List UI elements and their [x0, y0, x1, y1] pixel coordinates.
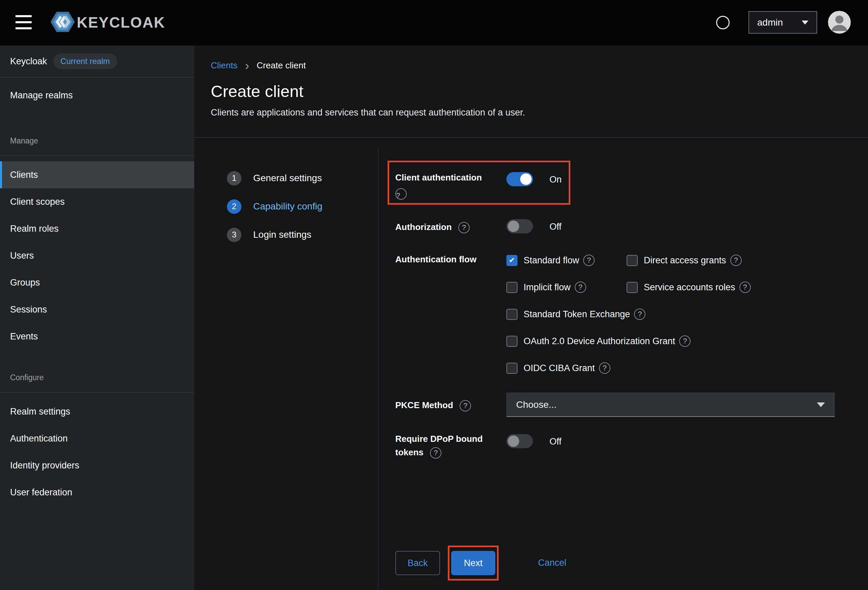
checkbox-oidc-ciba-grant[interactable]: OIDC CIBA Grant — [506, 362, 627, 374]
help-icon[interactable] — [740, 281, 751, 293]
breadcrumb: Clients › Create client — [211, 60, 306, 71]
wizard-step-label: Capability config — [253, 201, 322, 212]
wizard-step-login-settings[interactable]: 3Login settings — [227, 220, 322, 249]
help-icon[interactable] — [395, 188, 407, 200]
wizard-step-label: General settings — [253, 173, 322, 183]
sidebar-item-label: Identity providers — [10, 460, 80, 471]
chevron-down-icon — [817, 402, 825, 407]
next-button[interactable]: Next — [451, 551, 495, 575]
help-icon[interactable] — [458, 222, 470, 234]
checkbox-implicit-flow[interactable]: Implicit flow — [506, 281, 627, 293]
sidebar-item-user-federation[interactable]: User federation — [0, 479, 194, 506]
help-icon[interactable] — [599, 362, 610, 374]
realm-selector[interactable]: Keycloak Current realm — [0, 46, 194, 77]
wizard-step-label: Login settings — [253, 229, 311, 240]
help-icon[interactable] — [583, 254, 595, 266]
masthead: KEYCLOAK admin — [0, 0, 868, 46]
flow-row: Standard flowDirect access grants — [506, 247, 761, 274]
unchecked-checkbox-icon[interactable] — [627, 255, 638, 266]
nav-divider — [0, 392, 194, 393]
user-menu-dropdown[interactable]: admin — [748, 11, 817, 34]
sidebar-item-authentication[interactable]: Authentication — [0, 425, 194, 452]
sidebar-item-label: Clients — [10, 170, 38, 180]
page-title: Create client — [211, 82, 303, 101]
cancel-button[interactable]: Cancel — [538, 555, 566, 570]
sidebar-item-realm-settings[interactable]: Realm settings — [0, 398, 194, 425]
wizard-step-general-settings[interactable]: 1General settings — [227, 164, 322, 192]
dpop-toggle[interactable] — [506, 434, 533, 448]
unchecked-checkbox-icon[interactable] — [627, 282, 638, 293]
sidebar-item-label: Realm settings — [10, 407, 70, 417]
sidebar-item-users[interactable]: Users — [0, 242, 194, 269]
sidebar-nav: ManageClientsClient scopesRealm rolesUse… — [0, 134, 194, 506]
sidebar-item-label: Sessions — [10, 305, 47, 315]
sidebar-item-label: User federation — [10, 487, 72, 498]
toggle-knob — [520, 173, 531, 185]
authorization-toggle[interactable] — [506, 219, 533, 234]
breadcrumb-clients-link[interactable]: Clients — [211, 60, 238, 71]
help-icon[interactable] — [460, 400, 471, 411]
sidebar-item-label: Client scopes — [10, 197, 65, 207]
back-button[interactable]: Back — [395, 551, 440, 575]
sidebar-item-identity-providers[interactable]: Identity providers — [0, 452, 194, 479]
hamburger-menu-icon[interactable] — [15, 15, 32, 30]
checkbox-label: Standard Token Exchange — [524, 309, 630, 319]
wizard-step-capability-config[interactable]: 2Capability config — [227, 192, 322, 220]
sidebar-item-groups[interactable]: Groups — [0, 269, 194, 296]
wizard-step-number: 2 — [227, 200, 241, 214]
sidebar-item-client-scopes[interactable]: Client scopes — [0, 188, 194, 215]
checked-checkbox-icon[interactable] — [506, 255, 518, 266]
unchecked-checkbox-icon[interactable] — [506, 336, 518, 347]
client-authentication-toggle[interactable] — [506, 172, 533, 186]
authentication-flow-options: Standard flowDirect access grantsImplici… — [506, 247, 761, 382]
nav-divider — [0, 155, 194, 156]
checkbox-service-accounts-roles[interactable]: Service accounts roles — [627, 281, 761, 293]
nav-section-heading: Configure — [0, 371, 194, 384]
authentication-flow-label: Authentication flow — [395, 253, 477, 266]
unchecked-checkbox-icon[interactable] — [506, 309, 518, 320]
checkbox-oauth-2-0-device-authorization-grant[interactable]: OAuth 2.0 Device Authorization Grant — [506, 336, 701, 347]
chevron-right-icon: › — [245, 61, 249, 70]
pkce-method-select[interactable]: Choose... — [506, 393, 835, 417]
keycloak-admin-console: KEYCLOAK admin Keycloak Current realm Ma… — [0, 0, 868, 590]
help-icon[interactable] — [679, 336, 691, 347]
sidebar-item-label: Events — [10, 331, 38, 342]
breadcrumb-current: Create client — [257, 60, 306, 71]
toggle-knob — [508, 435, 519, 447]
user-avatar-icon[interactable] — [828, 11, 851, 34]
flow-row: Implicit flowService accounts roles — [506, 274, 761, 301]
help-icon[interactable] — [716, 16, 729, 29]
flow-row: Standard Token Exchange — [506, 301, 761, 328]
help-icon[interactable] — [634, 309, 645, 320]
user-menu-label: admin — [757, 17, 783, 28]
checkbox-label: Service accounts roles — [644, 282, 735, 293]
sidebar-item-label: Authentication — [10, 433, 68, 444]
checkbox-label: OIDC CIBA Grant — [524, 363, 595, 373]
sidebar-item-realm-roles[interactable]: Realm roles — [0, 215, 194, 242]
wizard-step-number: 3 — [227, 228, 241, 242]
help-icon[interactable] — [430, 447, 441, 459]
checkbox-standard-flow[interactable]: Standard flow — [506, 254, 627, 266]
sidebar-item-label: Users — [10, 251, 34, 261]
sidebar-item-label: Realm roles — [10, 223, 59, 234]
flow-row: OAuth 2.0 Device Authorization Grant — [506, 328, 761, 355]
wizard-steps: 1General settings2Capability config3Logi… — [227, 164, 322, 249]
sidebar-item-manage-realms[interactable]: Manage realms — [0, 77, 194, 113]
sidebar-item-sessions[interactable]: Sessions — [0, 296, 194, 323]
sidebar-item-clients[interactable]: Clients — [0, 161, 194, 188]
realm-name: Keycloak — [10, 56, 47, 67]
help-icon[interactable] — [575, 281, 586, 293]
checkbox-standard-token-exchange[interactable]: Standard Token Exchange — [506, 309, 655, 320]
unchecked-checkbox-icon[interactable] — [506, 363, 518, 374]
dpop-state: Off — [549, 435, 562, 448]
checkbox-label: Direct access grants — [644, 255, 726, 266]
keycloak-logo-icon — [50, 9, 75, 36]
current-realm-badge: Current realm — [53, 53, 118, 69]
wizard-step-number: 1 — [227, 171, 241, 186]
chevron-down-icon — [802, 21, 808, 25]
help-icon[interactable] — [730, 254, 742, 266]
sidebar-item-events[interactable]: Events — [0, 323, 194, 350]
checkbox-label: Standard flow — [524, 255, 579, 266]
checkbox-direct-access-grants[interactable]: Direct access grants — [627, 254, 752, 266]
unchecked-checkbox-icon[interactable] — [506, 282, 518, 293]
